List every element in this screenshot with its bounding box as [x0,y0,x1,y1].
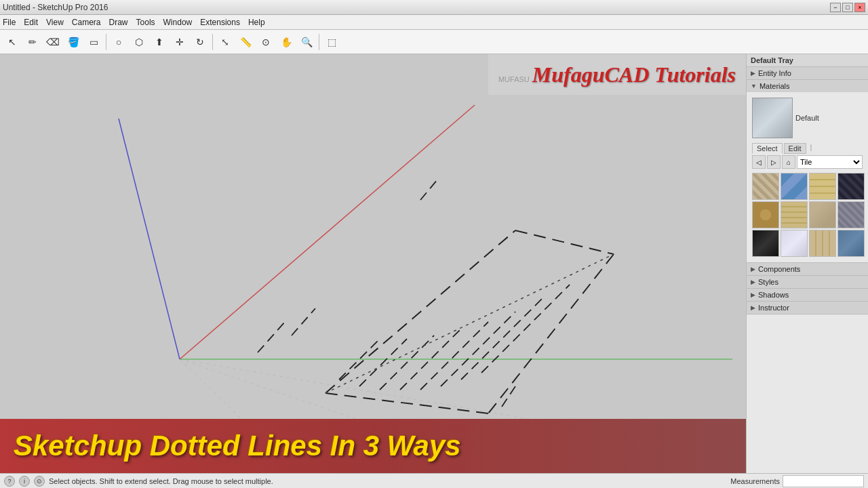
materials-header[interactable]: ▼ Materials [747,80,868,92]
window-buttons: − □ × [830,3,865,12]
orbit-tool-button[interactable]: ⊙ [256,33,275,52]
right-panel: Default Tray ▶ Entity Info ▼ Materials D… [746,54,868,473]
toolbar-sep-10 [212,34,213,50]
scale-tool-button[interactable]: ⤡ [216,33,235,52]
logo-area: MUFASU MufaguCAD Tutorials [488,54,746,95]
menubar: FileEditViewCameraDrawToolsWindowExtensi… [0,15,868,30]
material-cell-11[interactable] [837,230,865,257]
material-cell-10[interactable] [809,230,836,257]
paint-tool-button[interactable]: 🪣 [64,33,83,52]
menu-item-camera[interactable]: Camera [72,18,101,27]
mat-home-button[interactable]: ⌂ [782,155,795,169]
measurements-label: Measurements [730,477,780,485]
components-arrow: ▶ [751,266,755,272]
status-icon-3: ⊙ [34,476,45,487]
logo-prefix: MUFASU [498,75,530,83]
material-grid [749,170,865,260]
material-swatch [752,98,793,138]
banner-text: Sketchup Dotted Lines In 3 Ways [14,430,461,462]
menu-item-edit[interactable]: Edit [24,18,38,27]
styles-arrow: ▶ [751,279,755,285]
material-cell-5[interactable] [781,201,808,228]
status-icon-1: ? [4,476,15,487]
zoom-tool-button[interactable]: 🔍 [297,33,316,52]
main-area: MUFASU MufaguCAD Tutorials Sketchup Dott… [0,54,868,473]
zoom-ext-tool-button[interactable]: ⬚ [322,33,341,52]
material-cell-8[interactable] [752,230,779,257]
materials-preview: Default [749,95,865,141]
mat-forward-button[interactable]: ▷ [767,155,781,169]
material-cell-7[interactable] [837,201,865,228]
material-category-dropdown[interactable]: Tile Brick Wood Stone [797,155,863,169]
tape-tool-button[interactable]: 📏 [236,33,255,52]
pan-tool-button[interactable]: ✋ [277,33,296,52]
push-pull-tool-button[interactable]: ⬆ [150,33,169,52]
statusbar: ? i ⊙ Select objects. Shift to extend se… [0,473,868,488]
toolbar: ↖✏⌫🪣▭○⬡⬆✛↻⤡📏⊙✋🔍⬚ [0,30,868,54]
menu-item-tools[interactable]: Tools [136,18,155,27]
window-title: Untitled - SketchUp Pro 2016 [3,3,108,12]
material-cell-6[interactable] [809,201,836,228]
eraser-tool-button[interactable]: ⌫ [43,33,62,52]
status-icon-2: i [19,476,30,487]
styles-section: ▶ Styles [747,276,868,289]
shadows-arrow: ▶ [751,291,755,298]
materials-section: ▼ Materials Default Select Edit | ◁ [747,80,868,263]
select-tool-button[interactable]: ↖ [3,33,22,52]
mat-back-button[interactable]: ◁ [752,155,766,169]
materials-arrow: ▼ [751,83,757,89]
circle-tool-button[interactable]: ○ [109,33,128,52]
menu-item-extensions[interactable]: Extensions [200,18,240,27]
menu-item-view[interactable]: View [46,18,64,27]
materials-label: Materials [760,82,790,90]
rectangle-tool-button[interactable]: ▭ [84,33,103,52]
instructor-arrow: ▶ [751,304,755,311]
menu-item-draw[interactable]: Draw [109,18,128,27]
canvas-svg [0,54,746,473]
entity-info-arrow: ▶ [751,70,755,77]
measurements-input[interactable] [783,475,864,487]
move-tool-button[interactable]: ✛ [170,33,189,52]
material-cell-3[interactable] [837,173,865,200]
materials-body: Default Select Edit | ◁ ▷ ⌂ Tile Brick [747,92,868,262]
entity-info-label: Entity Info [758,69,791,77]
material-cell-2[interactable] [809,173,836,200]
instructor-header[interactable]: ▶ Instructor [747,302,868,314]
material-tabs: Select Edit | [749,141,865,154]
toolbar-sep-15 [319,34,319,50]
material-select-tab[interactable]: Select [752,143,783,154]
mat-tab-sep: | [810,143,812,154]
material-cell-0[interactable] [752,173,779,200]
material-cell-4[interactable] [752,201,779,228]
styles-label: Styles [758,278,778,286]
banner: Sketchup Dotted Lines In 3 Ways [0,419,746,473]
instructor-section: ▶ Instructor [747,302,868,314]
close-button[interactable]: × [854,3,865,12]
entity-info-section: ▶ Entity Info [747,67,868,80]
pencil-tool-button[interactable]: ✏ [23,33,42,52]
components-label: Components [758,265,800,273]
components-section: ▶ Components [747,263,868,276]
entity-info-header[interactable]: ▶ Entity Info [747,67,868,79]
status-hint: Select objects. Shift to extend select. … [49,477,273,485]
material-cell-9[interactable] [781,230,808,257]
menu-item-window[interactable]: Window [163,18,193,27]
viewport[interactable]: MUFASU MufaguCAD Tutorials Sketchup Dott… [0,54,746,473]
instructor-label: Instructor [758,304,789,312]
shadows-header[interactable]: ▶ Shadows [747,289,868,301]
material-edit-tab[interactable]: Edit [784,143,806,154]
styles-header[interactable]: ▶ Styles [747,276,868,288]
components-header[interactable]: ▶ Components [747,263,868,275]
toolbar-sep-5 [106,34,106,50]
material-name: Default [795,114,819,122]
maximize-button[interactable]: □ [842,3,853,12]
statusbar-right: Measurements [730,475,864,487]
shadows-section: ▶ Shadows [747,289,868,302]
minimize-button[interactable]: − [830,3,841,12]
menu-item-help[interactable]: Help [248,18,265,27]
polygon-tool-button[interactable]: ⬡ [130,33,149,52]
menu-item-file[interactable]: File [3,18,16,27]
shadows-label: Shadows [758,291,789,299]
rotate-tool-button[interactable]: ↻ [191,33,210,52]
material-cell-1[interactable] [781,173,808,200]
